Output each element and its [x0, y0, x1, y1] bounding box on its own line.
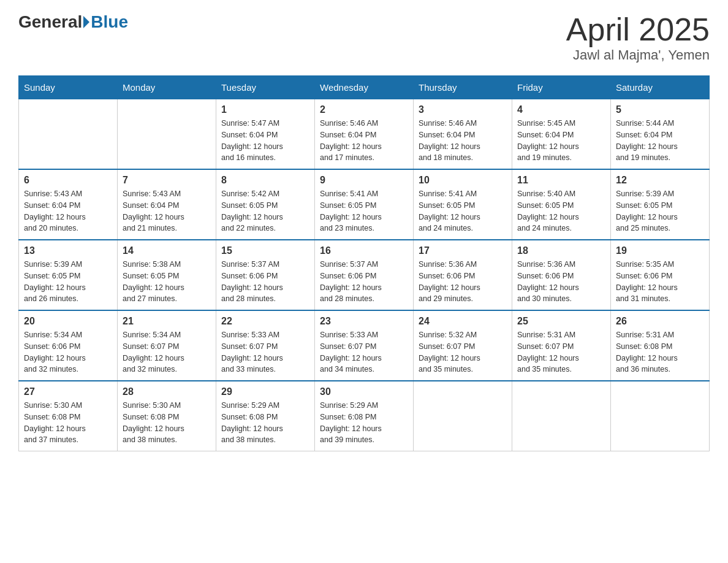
day-number: 6 — [24, 175, 112, 186]
logo-general-text: General — [18, 12, 82, 32]
calendar-cell: 30Sunrise: 5:29 AM Sunset: 6:08 PM Dayli… — [315, 381, 414, 451]
day-info: Sunrise: 5:40 AM Sunset: 6:05 PM Dayligh… — [517, 188, 605, 234]
day-number: 17 — [419, 245, 507, 256]
day-info: Sunrise: 5:46 AM Sunset: 6:04 PM Dayligh… — [419, 118, 507, 164]
col-header-thursday: Thursday — [414, 76, 512, 99]
calendar-cell: 11Sunrise: 5:40 AM Sunset: 6:05 PM Dayli… — [512, 169, 611, 240]
col-header-sunday: Sunday — [19, 76, 118, 99]
logo-arrow-icon — [83, 16, 89, 28]
day-number: 24 — [419, 316, 507, 327]
day-info: Sunrise: 5:30 AM Sunset: 6:08 PM Dayligh… — [123, 400, 211, 446]
calendar-table: SundayMondayTuesdayWednesdayThursdayFrid… — [18, 75, 710, 451]
day-number: 21 — [123, 316, 211, 327]
calendar-cell: 3Sunrise: 5:46 AM Sunset: 6:04 PM Daylig… — [414, 99, 512, 170]
day-info: Sunrise: 5:43 AM Sunset: 6:04 PM Dayligh… — [123, 188, 211, 234]
day-info: Sunrise: 5:39 AM Sunset: 6:05 PM Dayligh… — [24, 259, 112, 305]
day-number: 28 — [123, 386, 211, 397]
calendar-cell: 29Sunrise: 5:29 AM Sunset: 6:08 PM Dayli… — [216, 381, 315, 451]
day-info: Sunrise: 5:31 AM Sunset: 6:08 PM Dayligh… — [616, 329, 704, 375]
day-info: Sunrise: 5:34 AM Sunset: 6:07 PM Dayligh… — [123, 329, 211, 375]
calendar-cell: 12Sunrise: 5:39 AM Sunset: 6:05 PM Dayli… — [611, 169, 710, 240]
calendar-cell: 1Sunrise: 5:47 AM Sunset: 6:04 PM Daylig… — [216, 99, 315, 170]
col-header-wednesday: Wednesday — [315, 76, 414, 99]
calendar-cell — [611, 381, 710, 451]
calendar-cell: 4Sunrise: 5:45 AM Sunset: 6:04 PM Daylig… — [512, 99, 611, 170]
day-number: 11 — [517, 175, 605, 186]
day-info: Sunrise: 5:39 AM Sunset: 6:05 PM Dayligh… — [616, 188, 704, 234]
calendar-cell: 13Sunrise: 5:39 AM Sunset: 6:05 PM Dayli… — [19, 240, 118, 310]
calendar-cell: 6Sunrise: 5:43 AM Sunset: 6:04 PM Daylig… — [19, 169, 118, 240]
day-number: 18 — [517, 245, 605, 256]
day-number: 20 — [24, 316, 112, 327]
calendar-cell — [19, 99, 118, 170]
calendar-cell: 18Sunrise: 5:36 AM Sunset: 6:06 PM Dayli… — [512, 240, 611, 310]
day-info: Sunrise: 5:42 AM Sunset: 6:05 PM Dayligh… — [221, 188, 309, 234]
calendar-cell: 24Sunrise: 5:32 AM Sunset: 6:07 PM Dayli… — [414, 310, 512, 381]
day-info: Sunrise: 5:43 AM Sunset: 6:04 PM Dayligh… — [24, 188, 112, 234]
col-header-friday: Friday — [512, 76, 611, 99]
calendar-cell: 26Sunrise: 5:31 AM Sunset: 6:08 PM Dayli… — [611, 310, 710, 381]
day-info: Sunrise: 5:33 AM Sunset: 6:07 PM Dayligh… — [320, 329, 408, 375]
day-number: 25 — [517, 316, 605, 327]
day-number: 26 — [616, 316, 704, 327]
calendar-cell: 16Sunrise: 5:37 AM Sunset: 6:06 PM Dayli… — [315, 240, 414, 310]
day-info: Sunrise: 5:29 AM Sunset: 6:08 PM Dayligh… — [320, 400, 408, 446]
day-number: 27 — [24, 386, 112, 397]
day-number: 29 — [221, 386, 309, 397]
logo: General Blue — [18, 12, 128, 32]
calendar-week-row: 27Sunrise: 5:30 AM Sunset: 6:08 PM Dayli… — [19, 381, 710, 451]
calendar-header-row: SundayMondayTuesdayWednesdayThursdayFrid… — [19, 76, 710, 99]
day-info: Sunrise: 5:35 AM Sunset: 6:06 PM Dayligh… — [616, 259, 704, 305]
calendar-cell: 20Sunrise: 5:34 AM Sunset: 6:06 PM Dayli… — [19, 310, 118, 381]
day-info: Sunrise: 5:46 AM Sunset: 6:04 PM Dayligh… — [320, 118, 408, 164]
calendar-subtitle: Jawl al Majma', Yemen — [566, 47, 710, 63]
day-number: 9 — [320, 175, 408, 186]
calendar-cell: 17Sunrise: 5:36 AM Sunset: 6:06 PM Dayli… — [414, 240, 512, 310]
calendar-cell: 27Sunrise: 5:30 AM Sunset: 6:08 PM Dayli… — [19, 381, 118, 451]
logo-blue-text: Blue — [91, 12, 128, 32]
day-number: 2 — [320, 104, 408, 115]
calendar-cell: 9Sunrise: 5:41 AM Sunset: 6:05 PM Daylig… — [315, 169, 414, 240]
day-info: Sunrise: 5:31 AM Sunset: 6:07 PM Dayligh… — [517, 329, 605, 375]
calendar-title: April 2025 — [566, 12, 710, 47]
day-info: Sunrise: 5:45 AM Sunset: 6:04 PM Dayligh… — [517, 118, 605, 164]
day-info: Sunrise: 5:36 AM Sunset: 6:06 PM Dayligh… — [517, 259, 605, 305]
day-info: Sunrise: 5:41 AM Sunset: 6:05 PM Dayligh… — [320, 188, 408, 234]
calendar-cell — [414, 381, 512, 451]
day-number: 19 — [616, 245, 704, 256]
day-info: Sunrise: 5:34 AM Sunset: 6:06 PM Dayligh… — [24, 329, 112, 375]
col-header-saturday: Saturday — [611, 76, 710, 99]
calendar-week-row: 13Sunrise: 5:39 AM Sunset: 6:05 PM Dayli… — [19, 240, 710, 310]
day-info: Sunrise: 5:44 AM Sunset: 6:04 PM Dayligh… — [616, 118, 704, 164]
day-number: 10 — [419, 175, 507, 186]
day-number: 22 — [221, 316, 309, 327]
col-header-monday: Monday — [118, 76, 216, 99]
day-info: Sunrise: 5:37 AM Sunset: 6:06 PM Dayligh… — [320, 259, 408, 305]
calendar-cell: 23Sunrise: 5:33 AM Sunset: 6:07 PM Dayli… — [315, 310, 414, 381]
calendar-cell: 2Sunrise: 5:46 AM Sunset: 6:04 PM Daylig… — [315, 99, 414, 170]
calendar-cell: 14Sunrise: 5:38 AM Sunset: 6:05 PM Dayli… — [118, 240, 216, 310]
title-block: April 2025 Jawl al Majma', Yemen — [566, 12, 710, 63]
page-header: General Blue April 2025 Jawl al Majma', … — [18, 12, 710, 63]
day-info: Sunrise: 5:33 AM Sunset: 6:07 PM Dayligh… — [221, 329, 309, 375]
calendar-cell: 22Sunrise: 5:33 AM Sunset: 6:07 PM Dayli… — [216, 310, 315, 381]
calendar-cell — [512, 381, 611, 451]
col-header-tuesday: Tuesday — [216, 76, 315, 99]
day-number: 15 — [221, 245, 309, 256]
calendar-cell: 7Sunrise: 5:43 AM Sunset: 6:04 PM Daylig… — [118, 169, 216, 240]
day-number: 12 — [616, 175, 704, 186]
day-number: 1 — [221, 104, 309, 115]
day-number: 5 — [616, 104, 704, 115]
calendar-cell: 15Sunrise: 5:37 AM Sunset: 6:06 PM Dayli… — [216, 240, 315, 310]
day-info: Sunrise: 5:30 AM Sunset: 6:08 PM Dayligh… — [24, 400, 112, 446]
day-number: 4 — [517, 104, 605, 115]
day-info: Sunrise: 5:41 AM Sunset: 6:05 PM Dayligh… — [419, 188, 507, 234]
calendar-week-row: 1Sunrise: 5:47 AM Sunset: 6:04 PM Daylig… — [19, 99, 710, 170]
day-number: 3 — [419, 104, 507, 115]
day-info: Sunrise: 5:36 AM Sunset: 6:06 PM Dayligh… — [419, 259, 507, 305]
day-info: Sunrise: 5:38 AM Sunset: 6:05 PM Dayligh… — [123, 259, 211, 305]
calendar-cell: 28Sunrise: 5:30 AM Sunset: 6:08 PM Dayli… — [118, 381, 216, 451]
day-info: Sunrise: 5:37 AM Sunset: 6:06 PM Dayligh… — [221, 259, 309, 305]
day-number: 14 — [123, 245, 211, 256]
calendar-cell: 5Sunrise: 5:44 AM Sunset: 6:04 PM Daylig… — [611, 99, 710, 170]
